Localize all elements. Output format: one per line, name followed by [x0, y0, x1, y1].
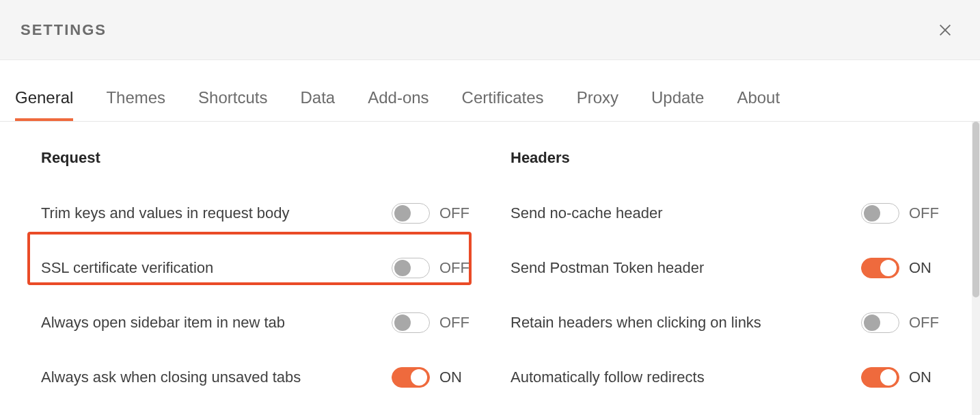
setting-row: Trim keys and values in request bodyOFF: [41, 186, 469, 241]
toggle-knob: [880, 260, 897, 276]
toggle-knob: [394, 260, 411, 276]
toggle-group: OFF: [861, 312, 939, 333]
setting-label: Send no-cache header: [511, 204, 671, 222]
toggle-switch[interactable]: [861, 258, 899, 278]
toggle-group: OFF: [392, 203, 469, 224]
setting-row: Automatically follow redirectsON: [511, 350, 939, 405]
tab-update[interactable]: Update: [651, 88, 704, 121]
tab-proxy[interactable]: Proxy: [577, 88, 618, 121]
toggle-state-label: ON: [439, 369, 469, 386]
toggle-switch[interactable]: [392, 312, 430, 333]
toggle-knob: [394, 205, 411, 222]
toggle-state-label: OFF: [439, 204, 469, 222]
toggle-switch[interactable]: [861, 367, 899, 388]
settings-content-wrap: Request Trim keys and values in request …: [0, 122, 980, 415]
toggle-group: OFF: [392, 258, 469, 278]
tab-about[interactable]: About: [737, 88, 780, 121]
tab-data[interactable]: Data: [300, 88, 335, 121]
toggle-group: ON: [861, 367, 939, 388]
toggle-group: OFF: [861, 203, 939, 224]
close-icon: [938, 23, 953, 38]
tab-shortcuts[interactable]: Shortcuts: [198, 88, 267, 121]
toggle-switch[interactable]: [861, 312, 899, 333]
toggle-knob: [880, 369, 897, 386]
toggle-knob: [411, 369, 427, 386]
toggle-state-label: OFF: [909, 314, 939, 332]
section-title-request: Request: [41, 149, 469, 167]
tab-general[interactable]: General: [15, 88, 73, 121]
toggle-knob: [864, 314, 880, 331]
setting-row: Always open sidebar item in new tabOFF: [41, 295, 469, 350]
toggle-switch[interactable]: [392, 203, 430, 224]
tab-add-ons[interactable]: Add-ons: [368, 88, 428, 121]
scrollbar-thumb[interactable]: [972, 122, 979, 297]
setting-row: Send Postman Token headerON: [511, 241, 939, 295]
section-headers: Headers Send no-cache headerOFFSend Post…: [511, 149, 939, 415]
toggle-group: ON: [392, 367, 469, 388]
settings-header: SETTINGS: [0, 0, 980, 60]
settings-title: SETTINGS: [21, 21, 107, 39]
setting-label: SSL certificate verification: [41, 259, 221, 277]
toggle-group: ON: [861, 258, 939, 278]
setting-label: Automatically follow redirects: [511, 369, 713, 386]
setting-label: Always ask when closing unsaved tabs: [41, 369, 309, 386]
toggle-knob: [394, 314, 411, 331]
toggle-knob: [864, 205, 880, 222]
setting-label: Trim keys and values in request body: [41, 204, 298, 222]
setting-row: SSL certificate verificationOFF: [41, 241, 469, 295]
toggle-state-label: ON: [909, 369, 939, 386]
setting-label: Always open sidebar item in new tab: [41, 314, 293, 332]
settings-content: Request Trim keys and values in request …: [0, 122, 980, 415]
setting-row: Send no-cache headerOFF: [511, 186, 939, 241]
toggle-state-label: OFF: [439, 259, 469, 277]
toggle-state-label: OFF: [439, 314, 469, 332]
section-title-headers: Headers: [511, 149, 939, 167]
toggle-switch[interactable]: [392, 258, 430, 278]
setting-label: Send Postman Token header: [511, 259, 712, 277]
close-button[interactable]: [938, 23, 953, 38]
content-scrollbar[interactable]: [972, 122, 980, 415]
toggle-group: OFF: [392, 312, 469, 333]
toggle-state-label: OFF: [909, 204, 939, 222]
toggle-switch[interactable]: [861, 203, 899, 224]
toggle-state-label: ON: [909, 259, 939, 277]
tab-themes[interactable]: Themes: [106, 88, 165, 121]
setting-row: Always ask when closing unsaved tabsON: [41, 350, 469, 405]
settings-tabs: GeneralThemesShortcutsDataAdd-onsCertifi…: [0, 60, 980, 122]
section-request: Request Trim keys and values in request …: [41, 149, 469, 415]
tab-certificates[interactable]: Certificates: [462, 88, 544, 121]
toggle-switch[interactable]: [392, 367, 430, 388]
setting-row: Retain headers when clicking on linksOFF: [511, 295, 939, 350]
setting-label: Retain headers when clicking on links: [511, 314, 770, 332]
